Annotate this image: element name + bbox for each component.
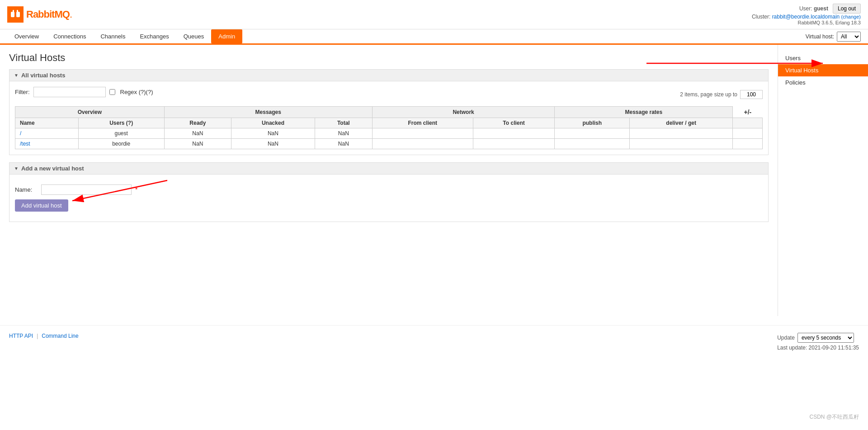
add-vhost-container: ▼ Add a new virtual host Name: * Add vir… <box>9 162 769 222</box>
vhost-deliver-get-1 <box>630 128 733 138</box>
footer-right: Update every 5 seconds every 10 seconds … <box>777 333 859 351</box>
regex-checkbox[interactable] <box>109 89 115 95</box>
filter-row: Filter: Regex (?)(?) <box>15 87 153 97</box>
nav-overview[interactable]: Overview <box>7 29 46 43</box>
vhost-ready-2: NaN <box>164 138 231 149</box>
version-info: RabbitMQ 3.6.5, Erlang 18.3 <box>752 20 861 25</box>
sidebar-item-virtual-hosts[interactable]: Virtual Hosts <box>778 64 868 76</box>
page-info-text: 2 items, page size up to <box>680 91 737 98</box>
nav-admin[interactable]: Admin <box>211 29 242 43</box>
cluster-name[interactable]: rabbit@beordie.localdomain <box>772 14 840 20</box>
logo-main: RabbitMQ <box>26 9 70 20</box>
vhost-unacked-2: NaN <box>231 138 315 149</box>
header: RabbitMQ. User: guest Log out Cluster: r… <box>0 0 868 29</box>
th-total: Total <box>315 118 372 128</box>
vhost-users-2: beordie <box>78 138 164 149</box>
virtual-host-dropdown[interactable]: All / /test <box>837 32 861 42</box>
vhosts-table: Overview Messages Network Message rates … <box>15 106 763 149</box>
all-vhosts-section-header[interactable]: ▼ All virtual hosts <box>9 69 769 81</box>
svg-rect-0 <box>11 12 14 17</box>
col-group-messages: Messages <box>164 107 372 118</box>
svg-rect-1 <box>16 12 20 17</box>
all-vhosts-label: All virtual hosts <box>21 72 66 79</box>
logo: RabbitMQ. <box>7 6 72 23</box>
col-group-message-rates: Message rates <box>555 107 733 118</box>
vhost-unacked-1: NaN <box>231 128 315 138</box>
th-unacked: Unacked <box>231 118 315 128</box>
logo-dot: . <box>70 9 72 20</box>
table-row: / guest NaN NaN NaN <box>15 128 763 138</box>
main: Virtual Hosts ▼ All virtual hosts Filter… <box>0 45 868 316</box>
th-users: Users (?) <box>78 118 164 128</box>
svg-rect-2 <box>13 10 14 13</box>
add-vhost-button[interactable]: Add virtual host <box>15 199 68 212</box>
footer-links: HTTP API | Command Line <box>9 333 79 339</box>
col-group-overview: Overview <box>15 107 165 118</box>
vhost-total-1: NaN <box>315 128 372 138</box>
cluster-change[interactable]: (change) <box>841 14 861 19</box>
last-update: Last update: 2021-09-20 11:51:35 <box>777 345 859 351</box>
sidebar-item-users[interactable]: Users <box>778 52 868 64</box>
table-row: /test beordie NaN NaN NaN <box>15 138 763 149</box>
add-section-arrow-icon: ▼ <box>14 166 19 171</box>
filter-label: Filter: <box>15 89 30 95</box>
virtual-host-label: Virtual host: <box>806 33 834 40</box>
section-arrow-icon: ▼ <box>14 73 19 78</box>
rabbit-icon <box>10 9 21 20</box>
vhost-from-client-2 <box>372 138 473 149</box>
http-api-link[interactable]: HTTP API <box>9 333 33 339</box>
update-row: Update every 5 seconds every 10 seconds … <box>777 333 859 343</box>
command-line-link[interactable]: Command Line <box>42 333 78 339</box>
header-right: User: guest Log out Cluster: rabbit@beor… <box>752 4 861 25</box>
add-vhost-section-header[interactable]: ▼ Add a new virtual host <box>9 162 769 175</box>
nav-channels[interactable]: Channels <box>93 29 132 43</box>
user-label: User: <box>799 5 812 12</box>
nav-queues[interactable]: Queues <box>176 29 212 43</box>
vhost-publish-2 <box>555 138 630 149</box>
vhost-users-1: guest <box>78 128 164 138</box>
vhost-ready-1: NaN <box>164 128 231 138</box>
filter-input[interactable] <box>33 87 106 97</box>
th-deliver-get: deliver / get <box>630 118 733 128</box>
page-size-input[interactable] <box>740 90 763 99</box>
add-vhost-section-body: Name: * Add virtual host <box>9 175 769 222</box>
th-name: Name <box>15 118 79 128</box>
virtual-host-selector: Virtual host: All / /test <box>806 32 861 42</box>
vhost-name-2[interactable]: /test <box>15 138 79 149</box>
update-interval-dropdown[interactable]: every 5 seconds every 10 seconds every 3… <box>797 333 854 343</box>
footer: HTTP API | Command Line Update every 5 s… <box>0 325 868 358</box>
sidebar-item-policies[interactable]: Policies <box>778 76 868 89</box>
vhost-deliver-get-2 <box>630 138 733 149</box>
logo-text: RabbitMQ. <box>26 9 72 20</box>
all-vhosts-section-body: Filter: Regex (?)(?) 2 items, page size … <box>9 81 769 155</box>
vhost-action-1 <box>733 128 763 138</box>
add-vhost-form: Name: * Add virtual host <box>15 180 763 216</box>
nav-connections[interactable]: Connections <box>46 29 93 43</box>
vhost-from-client-1 <box>372 128 473 138</box>
page-title: Virtual Hosts <box>9 52 769 64</box>
vhost-action-2 <box>733 138 763 149</box>
plus-minus-button[interactable]: +/- <box>733 107 763 118</box>
sidebar: Users Virtual Hosts Policies <box>778 45 868 316</box>
logout-button[interactable]: Log out <box>833 4 861 14</box>
cluster-label: Cluster: <box>752 14 770 20</box>
nav: Overview Connections Channels Exchanges … <box>0 29 868 45</box>
page-info: 2 items, page size up to <box>680 90 763 99</box>
th-ready: Ready <box>164 118 231 128</box>
name-form-row: Name: * <box>15 184 763 195</box>
th-from-client: From client <box>372 118 473 128</box>
vhost-name-input[interactable] <box>41 184 132 195</box>
cluster-info: Cluster: rabbit@beordie.localdomain (cha… <box>752 14 861 20</box>
header-area: Virtual Hosts <box>9 52 769 64</box>
svg-rect-3 <box>17 10 18 13</box>
vhost-total-2: NaN <box>315 138 372 149</box>
vhost-name-1[interactable]: / <box>15 128 79 138</box>
footer-separator: | <box>37 333 38 339</box>
user-info: User: guest Log out <box>752 4 861 14</box>
vhost-to-client-2 <box>473 138 555 149</box>
col-group-network: Network <box>372 107 555 118</box>
user-name: guest <box>814 5 828 12</box>
regex-label: Regex (?)(?) <box>120 89 153 95</box>
content: Virtual Hosts ▼ All virtual hosts Filter… <box>0 45 778 316</box>
nav-exchanges[interactable]: Exchanges <box>132 29 176 43</box>
